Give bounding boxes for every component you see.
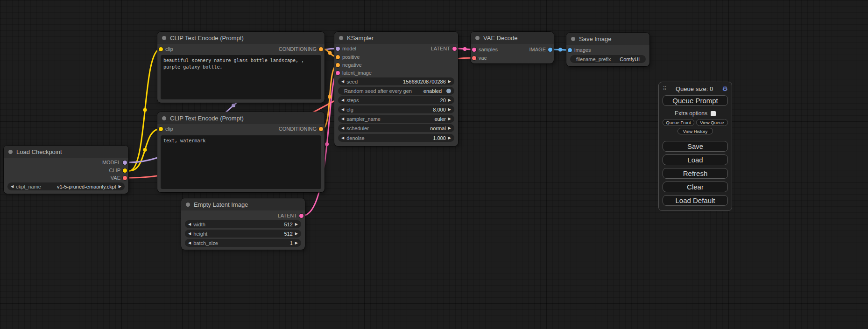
output-slot-latent[interactable]: LATENT (278, 212, 303, 219)
input-slot-vae[interactable]: vae (472, 55, 487, 61)
collapse-dot-icon[interactable] (8, 150, 13, 154)
output-slot-image[interactable]: IMAGE (529, 46, 552, 53)
input-slot-model[interactable]: model (336, 45, 356, 52)
increment-arrow-icon[interactable]: ▶ (295, 232, 298, 236)
model-port-dot[interactable] (123, 161, 127, 165)
collapse-dot-icon[interactable] (162, 36, 166, 40)
decrement-arrow-icon[interactable]: ◀ (11, 185, 14, 189)
clip-port-dot[interactable] (159, 47, 163, 51)
latent-port-dot[interactable] (336, 71, 340, 75)
output-slot-conditioning[interactable]: CONDITIONING (279, 46, 323, 52)
input-slot-negative[interactable]: negative (336, 62, 362, 68)
height-widget[interactable]: ◀ height 512 ▶ (185, 230, 301, 238)
conditioning-port-dot[interactable] (336, 55, 340, 59)
vae-port-dot[interactable] (472, 56, 476, 60)
increment-arrow-icon[interactable]: ▶ (119, 185, 121, 189)
conditioning-port-dot[interactable] (336, 63, 340, 67)
increment-arrow-icon[interactable]: ▶ (448, 136, 451, 140)
decrement-arrow-icon[interactable]: ◀ (188, 232, 191, 236)
node-title-bar[interactable]: KSampler (334, 32, 458, 44)
save-button[interactable]: Save (663, 141, 728, 152)
random-seed-toggle-widget[interactable]: Random seed after every gen enabled (338, 87, 454, 95)
node-save-image[interactable]: Save Image images filename_prefix ComfyU… (566, 33, 649, 66)
ckpt-name-widget[interactable]: ◀ ckpt_name v1-5-pruned-emaonly.ckpt ▶ (7, 182, 125, 190)
settings-gear-icon[interactable]: ⚙ (722, 85, 728, 92)
node-title-bar[interactable]: Load Checkpoint (4, 146, 128, 158)
node-title-bar[interactable]: VAE Decode (471, 32, 554, 44)
node-empty-latent-image[interactable]: Empty Latent Image LATENT ◀ width 512 ▶ … (181, 198, 305, 250)
view-history-button[interactable]: View History (677, 128, 713, 134)
decrement-arrow-icon[interactable]: ◀ (341, 108, 344, 112)
node-clip-text-encode-negative[interactable]: CLIP Text Encode (Prompt) clip CONDITION… (157, 112, 325, 192)
node-title-bar[interactable]: CLIP Text Encode (Prompt) (157, 112, 325, 124)
input-slot-samples[interactable]: samples (472, 46, 498, 53)
image-port-dot[interactable] (568, 48, 572, 52)
seed-widget[interactable]: ◀ seed 156680208700286 ▶ (338, 77, 454, 85)
node-graph-canvas[interactable]: Load Checkpoint MODEL CLIP VAE ◀ ckpt_na… (0, 0, 868, 329)
image-port-dot[interactable] (548, 48, 552, 52)
latent-port-dot[interactable] (472, 48, 476, 52)
node-title-bar[interactable]: Empty Latent Image (181, 198, 305, 210)
negative-prompt-textarea[interactable]: text, watermark (161, 135, 321, 189)
denoise-widget[interactable]: ◀ denoise 1.000 ▶ (338, 134, 454, 142)
extra-options-checkbox[interactable] (711, 111, 716, 116)
cfg-widget[interactable]: ◀ cfg 8.000 ▶ (338, 105, 454, 113)
node-load-checkpoint[interactable]: Load Checkpoint MODEL CLIP VAE ◀ ckpt_na… (4, 146, 128, 194)
decrement-arrow-icon[interactable]: ◀ (341, 98, 344, 102)
queue-front-button[interactable]: Queue Front (663, 119, 694, 126)
collapse-dot-icon[interactable] (571, 37, 575, 41)
input-slot-clip[interactable]: clip (159, 46, 173, 52)
decrement-arrow-icon[interactable]: ◀ (341, 117, 344, 121)
node-clip-text-encode-positive[interactable]: CLIP Text Encode (Prompt) clip CONDITION… (157, 32, 325, 103)
vae-port-dot[interactable] (123, 176, 127, 180)
output-slot-latent[interactable]: LATENT (431, 45, 457, 52)
decrement-arrow-icon[interactable]: ◀ (188, 223, 191, 226)
queue-prompt-button[interactable]: Queue Prompt (663, 95, 728, 106)
steps-widget[interactable]: ◀ steps 20 ▶ (338, 96, 454, 104)
refresh-button[interactable]: Refresh (663, 168, 728, 179)
increment-arrow-icon[interactable]: ▶ (295, 241, 298, 245)
increment-arrow-icon[interactable]: ▶ (448, 80, 451, 84)
node-title-bar[interactable]: CLIP Text Encode (Prompt) (157, 32, 325, 44)
decrement-arrow-icon[interactable]: ◀ (341, 126, 344, 130)
drag-handle-icon[interactable]: ⠿ (663, 85, 667, 92)
clip-port-dot[interactable] (123, 168, 127, 173)
sampler-name-widget[interactable]: ◀ sampler_name euler ▶ (338, 115, 454, 123)
increment-arrow-icon[interactable]: ▶ (295, 223, 298, 226)
output-slot-model[interactable]: MODEL (102, 159, 127, 166)
conditioning-port-dot[interactable] (319, 47, 323, 51)
queue-menu-panel[interactable]: ⠿ Queue size: 0 ⚙ Queue Prompt Extra opt… (658, 82, 732, 211)
load-button[interactable]: Load (663, 154, 728, 165)
decrement-arrow-icon[interactable]: ◀ (341, 80, 344, 84)
model-port-dot[interactable] (336, 47, 340, 51)
input-slot-positive[interactable]: positive (336, 54, 360, 60)
filename-prefix-widget[interactable]: filename_prefix ComfyUI (570, 55, 646, 63)
latent-port-dot[interactable] (452, 47, 457, 51)
output-slot-conditioning[interactable]: CONDITIONING (279, 126, 323, 132)
input-slot-latent-image[interactable]: latent_image (336, 70, 372, 76)
output-slot-vae[interactable]: VAE (111, 175, 127, 181)
increment-arrow-icon[interactable]: ▶ (448, 108, 451, 112)
collapse-dot-icon[interactable] (339, 36, 343, 40)
increment-arrow-icon[interactable]: ▶ (448, 117, 451, 121)
latent-port-dot[interactable] (299, 214, 303, 218)
width-widget[interactable]: ◀ width 512 ▶ (185, 220, 301, 228)
output-slot-clip[interactable]: CLIP (109, 167, 127, 174)
decrement-arrow-icon[interactable]: ◀ (188, 241, 191, 245)
node-title-bar[interactable]: Save Image (566, 33, 649, 45)
toggle-knob[interactable] (446, 89, 451, 93)
input-slot-images[interactable]: images (568, 47, 591, 53)
node-vae-decode[interactable]: VAE Decode samples vae IMAGE (471, 32, 554, 63)
collapse-dot-icon[interactable] (475, 36, 480, 40)
view-queue-button[interactable]: View Queue (696, 119, 728, 126)
clear-button[interactable]: Clear (663, 182, 728, 192)
conditioning-port-dot[interactable] (319, 127, 323, 131)
node-ksampler[interactable]: KSampler model positive negative latent_… (334, 32, 458, 146)
decrement-arrow-icon[interactable]: ◀ (341, 136, 344, 140)
increment-arrow-icon[interactable]: ▶ (448, 126, 451, 130)
clip-port-dot[interactable] (159, 127, 163, 131)
collapse-dot-icon[interactable] (186, 203, 190, 207)
collapse-dot-icon[interactable] (162, 116, 166, 120)
positive-prompt-textarea[interactable]: beautiful scenery nature glass bottle la… (161, 55, 321, 99)
input-slot-clip[interactable]: clip (159, 126, 173, 132)
